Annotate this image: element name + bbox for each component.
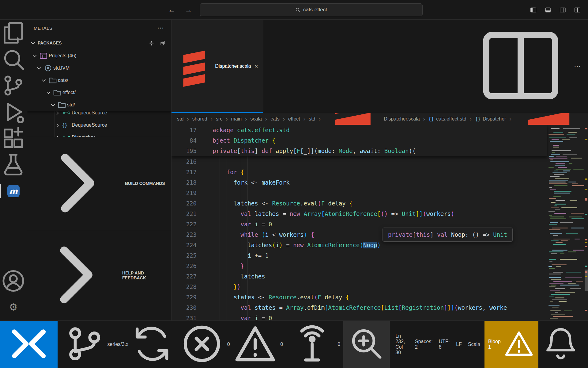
folder-icon: [48, 76, 57, 85]
bloop-warning-item[interactable]: Bloop 1: [484, 321, 538, 368]
packages-section-header[interactable]: PACKAGES: [27, 36, 171, 50]
tree-item-cats-[interactable]: cats/: [27, 74, 171, 86]
warning-count: 0: [280, 342, 283, 347]
sidebar-more-actions-icon[interactable]: ⋯: [157, 24, 164, 32]
code-line-221[interactable]: 221 val latches = new Array[AtomicRefere…: [172, 209, 547, 219]
explorer-icon[interactable]: [0, 20, 27, 46]
code-line-229[interactable]: 229 states <- Resource.eval(F delay {: [172, 292, 547, 302]
chevron-down-icon[interactable]: [30, 53, 39, 59]
forward-arrow-icon[interactable]: →: [185, 6, 192, 14]
tree-item-projects-46-[interactable]: Projects (46): [27, 50, 171, 62]
line-number: 219: [172, 188, 197, 198]
metals-icon[interactable]: m: [0, 178, 27, 204]
code-text: [208, 156, 547, 167]
glyph-margin: [197, 188, 208, 198]
code-editor: 216217 for {218 fork <- makeFork219220 l…: [172, 125, 588, 320]
eol-item[interactable]: LF: [453, 321, 465, 368]
toggle-panel-icon[interactable]: [545, 7, 551, 13]
chevron-right-icon[interactable]: [53, 122, 62, 128]
encoding-item[interactable]: UTF-8: [436, 321, 453, 368]
extensions-icon[interactable]: [0, 125, 27, 151]
more-actions-icon[interactable]: ⋯: [574, 62, 581, 70]
zoom-indicator[interactable]: [343, 321, 390, 368]
code-line-226[interactable]: 226 }: [172, 261, 547, 271]
code-line-17[interactable]: 17ackage cats.effect.std: [172, 125, 547, 135]
search-icon: [295, 7, 300, 13]
breadcrumb-item-dispatcher[interactable]: {}Dispatcher: [475, 116, 506, 122]
code-line-230[interactable]: 230 val states = Array.ofDim[AtomicRefer…: [172, 302, 547, 313]
account-icon[interactable]: [0, 268, 27, 294]
breadcrumb-item-effect[interactable]: effect: [288, 116, 300, 122]
breadcrumb-item-std[interactable]: std: [177, 116, 183, 122]
tree-item-dequeuesource[interactable]: DequeueSource: [27, 111, 171, 119]
breadcrumb-item-cats-effect-std[interactable]: {}cats.effect.std: [428, 116, 466, 122]
split-editor-icon[interactable]: [475, 20, 567, 113]
overview-ruler[interactable]: [584, 125, 588, 320]
settings-icon[interactable]: ⚙: [0, 294, 27, 320]
back-arrow-icon[interactable]: ←: [168, 6, 175, 14]
toggle-secondary-sidebar-icon[interactable]: [560, 7, 566, 13]
close-icon[interactable]: ×: [254, 63, 258, 70]
notifications-item[interactable]: [538, 321, 583, 368]
breadcrumb-separator-icon: ›: [423, 116, 425, 122]
code-text: private[this] def apply[F[_]](mode: Mode…: [208, 146, 547, 156]
toggle-sidebar-icon[interactable]: [530, 7, 537, 13]
line-number: 223: [172, 229, 197, 240]
source-control-icon[interactable]: [0, 72, 27, 99]
command-center-search[interactable]: cats-effect: [200, 3, 423, 16]
glyph-margin: [197, 250, 208, 261]
code-line-216[interactable]: 216: [172, 156, 547, 167]
testing-icon[interactable]: [0, 151, 27, 178]
customize-layout-icon[interactable]: [574, 7, 581, 13]
code-line-219[interactable]: 219: [172, 188, 547, 198]
chevron-down-icon[interactable]: [44, 90, 53, 96]
code-line-228[interactable]: 228 }): [172, 282, 547, 292]
code-text: var i = 0: [208, 313, 547, 320]
problems-item[interactable]: 0 0: [176, 321, 286, 368]
focus-target-icon[interactable]: [149, 40, 154, 46]
scrollbar-slider[interactable]: [585, 270, 588, 291]
code-text: i += 1: [208, 250, 547, 261]
code-line-218[interactable]: 218 fork <- makeFork: [172, 177, 547, 188]
language-mode-item[interactable]: Scala: [465, 321, 483, 368]
breadcrumb-item-main[interactable]: main: [231, 116, 242, 122]
breadcrumb-item-shared[interactable]: shared: [192, 116, 207, 122]
run-debug-icon[interactable]: [0, 99, 27, 125]
collapse-all-icon[interactable]: [160, 40, 166, 46]
tree-item-effect-[interactable]: effect/: [27, 86, 171, 99]
chevron-right-icon[interactable]: [53, 111, 62, 116]
help-feedback-section[interactable]: HELP AND FEEDBACK: [27, 230, 171, 320]
breadcrumb-item-std[interactable]: std: [309, 116, 315, 122]
code-line-231[interactable]: 231 var i = 0: [172, 313, 547, 320]
code-text: ackage cats.effect.std: [208, 125, 547, 135]
chevron-right-icon[interactable]: [53, 135, 62, 137]
chevron-down-icon[interactable]: [49, 102, 57, 108]
breadcrumb-item-scala[interactable]: scala: [251, 116, 262, 122]
chevron-down-icon[interactable]: [35, 65, 43, 71]
tab-dispatcher-scala[interactable]: Dispatcher.scala ×: [172, 20, 263, 113]
build-commands-section[interactable]: BUILD COMMANDS: [27, 137, 171, 230]
chevron-down-icon[interactable]: [40, 78, 48, 83]
tree-item-stdjvm[interactable]: stdJVM: [27, 62, 171, 74]
code-line-84[interactable]: 84bject Dispatcher {: [172, 135, 547, 146]
tree-item-std-[interactable]: std/: [27, 99, 171, 111]
cursor-position[interactable]: Ln 232, Col 30: [392, 321, 412, 368]
code-line-225[interactable]: 225 i += 1: [172, 250, 547, 261]
breadcrumb-item-dispatcher-scala[interactable]: Dispatcher.scala: [324, 113, 420, 125]
indentation-item[interactable]: Spaces: 2: [412, 321, 436, 368]
search-icon[interactable]: [0, 46, 27, 72]
breadcrumb-item-cats[interactable]: cats: [270, 116, 279, 122]
tree-item-dequeuesource[interactable]: {}DequeueSource: [27, 119, 171, 131]
remote-indicator[interactable]: [0, 321, 58, 368]
code-line-217[interactable]: 217 for {: [172, 167, 547, 177]
glyph-margin: [197, 209, 208, 219]
code-line-227[interactable]: 227 latches: [172, 271, 547, 282]
ports-item[interactable]: 0: [286, 321, 343, 368]
minimap[interactable]: [547, 125, 584, 320]
breadcrumb-item-src[interactable]: src: [216, 116, 222, 122]
breadcrumb-item[interactable]: [515, 113, 582, 125]
tree-item-dispatcher[interactable]: Dispatcher: [27, 131, 171, 137]
git-branch-item[interactable]: series/3.x: [59, 321, 176, 368]
code-line-195[interactable]: 195private[this] def apply[F[_]](mode: M…: [172, 146, 547, 156]
code-line-220[interactable]: 220 latches <- Resource.eval(F delay {: [172, 198, 547, 209]
